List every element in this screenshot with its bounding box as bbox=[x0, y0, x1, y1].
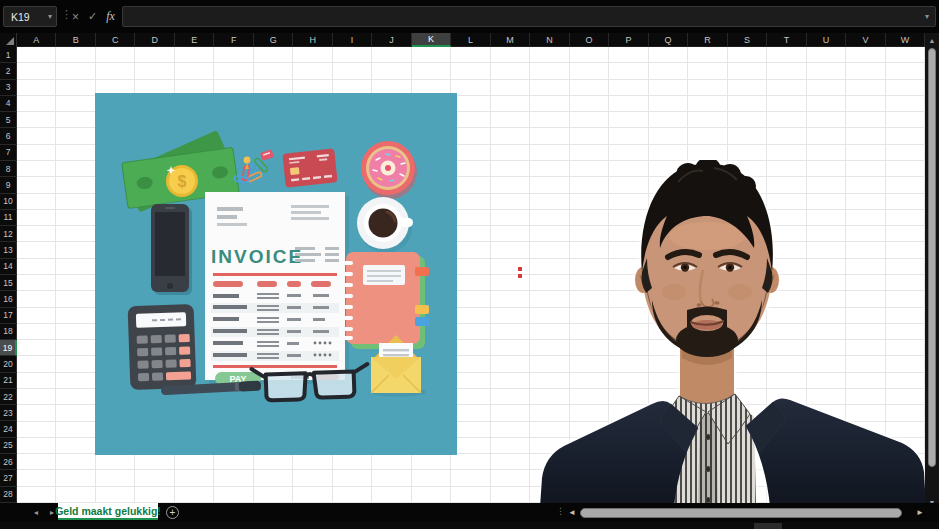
sheet-tab-label: Geld maakt gelukkig! bbox=[55, 505, 161, 517]
column-header-A[interactable]: A bbox=[17, 33, 56, 47]
column-header-F[interactable]: F bbox=[214, 33, 253, 47]
name-box-value: K19 bbox=[11, 11, 30, 23]
row-header-18[interactable]: 18 bbox=[0, 324, 17, 340]
row-header-28[interactable]: 28 bbox=[0, 487, 17, 503]
row-header-16[interactable]: 16 bbox=[0, 291, 17, 307]
column-header-I[interactable]: I bbox=[333, 33, 372, 47]
vertical-scrollbar[interactable]: ▲ ▼ bbox=[925, 33, 939, 510]
column-header-O[interactable]: O bbox=[570, 33, 609, 47]
column-header-R[interactable]: R bbox=[688, 33, 727, 47]
sheet-prev-icon[interactable]: ◂ bbox=[34, 503, 38, 522]
row-header-11[interactable]: 11 bbox=[0, 210, 17, 226]
invoice-title-text: INVOICE bbox=[211, 246, 303, 267]
red-colon-mark bbox=[518, 267, 522, 281]
row-header-8[interactable]: 8 bbox=[0, 161, 17, 177]
column-header-C[interactable]: C bbox=[96, 33, 135, 47]
column-header-G[interactable]: G bbox=[254, 33, 293, 47]
row-header-5[interactable]: 5 bbox=[0, 112, 17, 128]
calculator-illustration bbox=[128, 304, 197, 390]
row-header-12[interactable]: 12 bbox=[0, 226, 17, 242]
scroll-up-icon[interactable]: ▲ bbox=[925, 34, 939, 47]
column-header-M[interactable]: M bbox=[491, 33, 530, 47]
column-header-S[interactable]: S bbox=[728, 33, 767, 47]
name-box[interactable]: K19 ▾ bbox=[3, 6, 57, 27]
row-header-13[interactable]: 13 bbox=[0, 242, 17, 258]
row-header-15[interactable]: 15 bbox=[0, 275, 17, 291]
sheet-tab-active[interactable]: Geld maakt gelukkig! bbox=[58, 503, 158, 520]
column-header-W[interactable]: W bbox=[886, 33, 925, 47]
column-header-U[interactable]: U bbox=[807, 33, 846, 47]
row-header-24[interactable]: 24 bbox=[0, 421, 17, 437]
horizontal-scrollbar-thumb[interactable] bbox=[580, 508, 902, 518]
row-header-27[interactable]: 27 bbox=[0, 470, 17, 486]
row-headers: 1234567891011121314151617181920212223242… bbox=[0, 47, 17, 503]
row-header-20[interactable]: 20 bbox=[0, 356, 17, 372]
row-header-1[interactable]: 1 bbox=[0, 47, 17, 63]
row-header-6[interactable]: 6 bbox=[0, 128, 17, 144]
column-headers: ABCDEFGHIJKLMNOPQRSTUVW bbox=[0, 33, 925, 47]
chevron-down-icon[interactable]: ▾ bbox=[48, 12, 52, 21]
invoice-paper-illustration: INVOICE bbox=[205, 192, 349, 385]
row-header-21[interactable]: 21 bbox=[0, 373, 17, 389]
smartphone-illustration bbox=[151, 204, 192, 295]
credit-card-illustration bbox=[282, 148, 337, 187]
column-header-Q[interactable]: Q bbox=[649, 33, 688, 47]
column-header-J[interactable]: J bbox=[372, 33, 411, 47]
status-bar-segment bbox=[754, 523, 782, 529]
vertical-scrollbar-thumb[interactable] bbox=[928, 48, 936, 467]
scroll-right-icon[interactable]: ► bbox=[916, 503, 924, 522]
invoice-illustration-picture[interactable]: $ bbox=[95, 93, 457, 455]
formula-input[interactable]: ▾ bbox=[122, 6, 936, 27]
formula-expand-chevron-icon[interactable]: ▾ bbox=[925, 12, 929, 21]
add-sheet-button[interactable]: + bbox=[166, 506, 179, 519]
sheet-tab-bar: ◂ ▸ Geld maakt gelukkig! + ⋮ ◄ ► bbox=[0, 503, 939, 522]
column-header-L[interactable]: L bbox=[451, 33, 490, 47]
select-all-triangle-icon bbox=[6, 37, 14, 45]
row-header-19[interactable]: 19 bbox=[0, 340, 17, 356]
row-header-3[interactable]: 3 bbox=[0, 80, 17, 96]
column-header-T[interactable]: T bbox=[767, 33, 806, 47]
column-header-D[interactable]: D bbox=[135, 33, 174, 47]
row-header-9[interactable]: 9 bbox=[0, 177, 17, 193]
enter-icon[interactable]: ✓ bbox=[88, 10, 97, 23]
excel-window: K19 ▾ ⋮ × ✓ fx ▾ ABCDEFGHIJKLMNOPQRSTUVW… bbox=[0, 0, 939, 529]
scrollbar-splitter-dots-icon[interactable]: ⋮ bbox=[556, 506, 565, 516]
scroll-left-icon[interactable]: ◄ bbox=[568, 503, 576, 522]
row-header-14[interactable]: 14 bbox=[0, 259, 17, 275]
select-all-button[interactable] bbox=[0, 33, 17, 47]
notebook-illustration bbox=[340, 252, 429, 349]
presenter-overlay bbox=[540, 160, 926, 507]
formula-bar-chrome: K19 ▾ ⋮ × ✓ fx ▾ bbox=[0, 0, 939, 33]
row-header-2[interactable]: 2 bbox=[0, 63, 17, 79]
column-header-B[interactable]: B bbox=[56, 33, 95, 47]
row-header-17[interactable]: 17 bbox=[0, 308, 17, 324]
column-header-N[interactable]: N bbox=[530, 33, 569, 47]
row-header-26[interactable]: 26 bbox=[0, 454, 17, 470]
row-header-23[interactable]: 23 bbox=[0, 405, 17, 421]
row-header-7[interactable]: 7 bbox=[0, 145, 17, 161]
drag-dots-icon: ⋮ bbox=[61, 8, 72, 21]
row-header-10[interactable]: 10 bbox=[0, 194, 17, 210]
coin-dollar-symbol: $ bbox=[178, 173, 187, 190]
insert-function-icon[interactable]: fx bbox=[106, 9, 115, 24]
row-header-4[interactable]: 4 bbox=[0, 96, 17, 112]
sheet-next-icon[interactable]: ▸ bbox=[50, 503, 54, 522]
column-header-V[interactable]: V bbox=[846, 33, 885, 47]
row-header-25[interactable]: 25 bbox=[0, 438, 17, 454]
cancel-icon[interactable]: × bbox=[72, 10, 79, 24]
column-header-P[interactable]: P bbox=[609, 33, 648, 47]
column-header-track: ABCDEFGHIJKLMNOPQRSTUVW bbox=[17, 33, 925, 46]
column-header-E[interactable]: E bbox=[175, 33, 214, 47]
column-header-H[interactable]: H bbox=[293, 33, 332, 47]
row-header-22[interactable]: 22 bbox=[0, 389, 17, 405]
status-bar bbox=[0, 522, 939, 529]
column-header-K[interactable]: K bbox=[412, 33, 451, 47]
